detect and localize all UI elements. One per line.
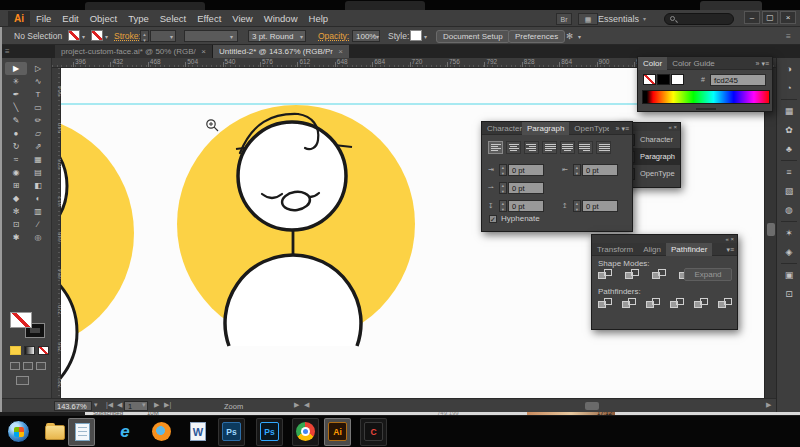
divide-button[interactable] [598,298,613,310]
last-artboard-icon[interactable]: ▶| [164,401,171,409]
opacity-dropdown-icon[interactable]: ▾ [376,33,379,40]
stepper-icon[interactable]: ▴▾ [499,200,507,212]
right-indent-value[interactable]: 0 pt [582,164,618,176]
tab-transform[interactable]: Transform [592,243,638,256]
artboard-dropdown-icon[interactable]: ▾ [142,401,146,409]
artboard-tool[interactable]: ⊡ [5,218,27,231]
file-explorer-taskbar-icon[interactable] [45,422,65,442]
collapse-icon[interactable]: » [616,125,620,132]
illustrator-taskbar-icon[interactable]: Ai [328,422,348,442]
expand-button[interactable]: Expand [684,268,732,281]
lasso-tool[interactable]: ∿ [27,75,49,88]
tab-align[interactable]: Align [638,243,666,256]
artboard-canvas[interactable] [61,68,764,398]
align-right-button[interactable] [524,141,539,154]
menu-select[interactable]: Select [160,13,186,24]
notepad-taskbar-icon[interactable] [72,422,92,442]
menu-type[interactable]: Type [128,13,149,24]
scroll-left-icon[interactable]: ◀ [304,401,309,409]
stroke-icon[interactable]: ≡ [777,165,800,180]
first-line-indent-value[interactable]: 0 pt [508,182,544,194]
close-icon[interactable]: × [673,124,677,130]
prev-artboard-icon[interactable]: ◀ [117,401,122,409]
gradient-button[interactable] [24,346,35,355]
symbol-sprayer-tool[interactable]: ✻ [5,205,27,218]
menu-view[interactable]: View [232,13,252,24]
camtasia-taskbar-icon[interactable]: C [364,422,384,442]
hyphenate-checkbox[interactable]: ✓ [489,215,497,223]
first-line-indent-field[interactable]: ⇀ ▴▾ 0 pt [488,182,550,194]
free-transform-tool[interactable]: ▦ [27,153,49,166]
swatches-icon[interactable]: ▦ [777,104,800,119]
align-glyphs-icon[interactable]: ✻ [566,31,573,41]
stepper-icon[interactable]: ▴▾ [573,200,581,212]
minus-front-button[interactable] [625,269,640,281]
space-before-field[interactable]: ↧ ▴▾ 0 pt [488,200,550,212]
first-artboard-icon[interactable]: |◀ [106,401,113,409]
pen-tool[interactable]: ✒ [5,88,27,101]
hand-tool[interactable]: ✱ [5,231,27,244]
panel-resize-grip[interactable] [696,108,716,110]
right-indent-field[interactable]: ⇤ ▴▾ 0 pt [562,164,624,176]
stroke-swatch[interactable] [91,30,103,41]
maximize-button[interactable]: ▢ [762,11,778,24]
color-guide-icon[interactable]: ◔ [777,81,800,96]
stroke-dropdown-icon[interactable]: ▾ [105,33,108,40]
arrange-documents-icon[interactable]: ▦ [578,13,598,25]
menu-help[interactable]: Help [309,13,329,24]
menu-object[interactable]: Object [90,13,117,24]
layers-icon[interactable]: ▣ [777,268,800,283]
photoshop-2-taskbar-icon[interactable]: Ps [260,422,280,442]
width-tool[interactable]: ≈ [5,153,27,166]
close-button[interactable]: × [780,11,796,24]
slice-tool[interactable]: ∕ [27,218,49,231]
tab-paragraph[interactable]: Paragraph [522,122,569,135]
brush-definition[interactable]: 3 pt. Round [248,30,306,42]
firefox-taskbar-icon[interactable] [152,422,172,442]
stepper-icon[interactable]: ▴▾ [499,182,507,194]
align-left-button[interactable] [488,141,503,154]
next-artboard-icon[interactable]: ▶ [154,401,159,409]
collapse-control-icon[interactable]: ≡ [786,31,791,41]
left-indent-field[interactable]: ⇥ ▴▾ 0 pt [488,164,550,176]
fill-dropdown-icon[interactable]: ▾ [82,33,85,40]
color-button[interactable] [10,346,21,355]
tab-opentype[interactable]: OpenType [569,122,609,135]
stroke-width-stepper[interactable]: ▴▾ [140,30,149,42]
magic-wand-tool[interactable]: ✳ [5,75,27,88]
preferences-button[interactable]: Preferences [508,30,565,43]
merge-button[interactable] [646,298,661,310]
brushes-icon[interactable]: ✿ [777,123,800,138]
extra-dropdown-icon[interactable]: ▾ [578,33,581,40]
shape-builder-tool[interactable]: ◉ [5,166,27,179]
figure-head[interactable] [238,122,346,230]
zoom-dropdown-icon[interactable]: ▾ [94,401,98,409]
draw-behind-button[interactable] [23,362,33,370]
rectangle-tool[interactable]: ▭ [27,101,49,114]
mesh-tool[interactable]: ⊞ [5,179,27,192]
space-after-value[interactable]: 0 pt [582,200,618,212]
none-button[interactable] [38,346,49,355]
selection-tool[interactable]: ▶ [5,62,27,75]
panel-menu-icon[interactable]: ▾≡ [726,246,734,253]
stroke-width-dropdown-icon[interactable]: ▾ [170,33,173,40]
panel-menu-icon[interactable]: ▾≡ [761,60,769,67]
type-tool[interactable]: T [27,88,49,101]
profile-dropdown-icon[interactable]: ▾ [230,33,233,40]
tab-character[interactable]: Character [482,122,522,135]
bridge-icon[interactable]: Br [556,13,572,25]
direct-selection-tool[interactable]: ▷ [27,62,49,75]
screen-mode-button[interactable] [16,376,29,385]
close-icon[interactable]: × [338,47,343,56]
hscrollbar-thumb[interactable] [585,402,599,410]
space-before-value[interactable]: 0 pt [508,200,544,212]
zoom-level-field[interactable]: 143.67% [54,401,92,411]
word-taskbar-icon[interactable]: W [188,422,208,442]
line-segment-tool[interactable]: ╲ [5,101,27,114]
trim-button[interactable] [622,298,637,310]
main-figure[interactable] [177,105,415,346]
artboards-icon[interactable]: ⊡ [777,287,800,302]
vertical-scrollbar[interactable] [764,68,776,398]
blend-tool[interactable]: ◐ [27,192,49,205]
color-spectrum[interactable] [642,90,770,104]
